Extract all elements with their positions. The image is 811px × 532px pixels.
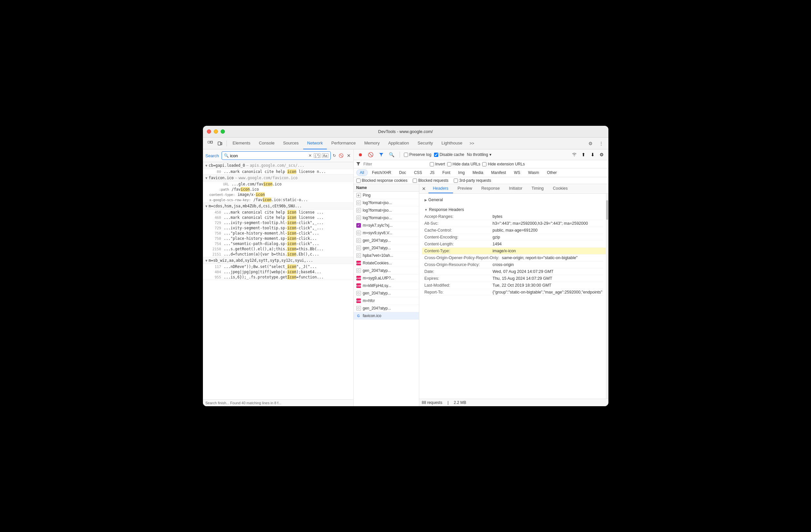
record-button[interactable]: ⏺: [356, 151, 364, 159]
clear-results-icon[interactable]: 🚫: [338, 153, 344, 159]
result-line[interactable]: x-google-scs-row-key: /favicon.ico:stati…: [203, 197, 353, 202]
more-tabs-button[interactable]: >>: [467, 138, 477, 150]
result-line[interactable]: 729 ...ivity-segment-tooltip.sp-icon-cli…: [203, 225, 353, 231]
blocked-requests-checkbox[interactable]: [413, 178, 417, 183]
req-item-mhfcr[interactable]: XHR m=hfcr: [354, 297, 419, 304]
disable-cache-label[interactable]: Disable cache: [434, 152, 464, 157]
invert-checkbox[interactable]: [430, 162, 434, 167]
close-details-icon[interactable]: ✕: [419, 185, 428, 193]
scrollbar-thumb[interactable]: [606, 200, 608, 220]
req-item-gen5[interactable]: □ gen_204?atyp...: [354, 304, 419, 312]
case-sensitive-icon[interactable]: Aa: [322, 153, 328, 158]
req-item-log1[interactable]: □ log?format=jso...: [354, 199, 419, 207]
result-line[interactable]: 2151 ...d=function(a){var b=this.icon.Eb…: [203, 252, 353, 257]
upload-icon[interactable]: ⬆: [580, 151, 587, 159]
device-icon[interactable]: [215, 139, 225, 148]
req-item-msyv[interactable]: □ m=syv9,syv8,V...: [354, 229, 419, 237]
req-item-log3[interactable]: □ log?format=jso...: [354, 214, 419, 222]
preserve-log-checkbox[interactable]: [404, 153, 408, 157]
general-section-header[interactable]: ▶ General: [425, 196, 603, 203]
result-group-header-3[interactable]: ▼ m=cdos,hsm,jsa,mb4ZUb,d,csi,cEt90b,SNU…: [203, 203, 353, 210]
type-filter-font[interactable]: Font: [439, 169, 454, 176]
hide-extension-urls-label[interactable]: Hide extension URLs: [482, 162, 525, 167]
type-filter-img[interactable]: Img: [455, 169, 469, 176]
type-filter-doc[interactable]: Doc: [396, 169, 410, 176]
settings-icon[interactable]: ⚙: [586, 139, 595, 148]
preserve-log-label[interactable]: Preserve log: [404, 152, 431, 157]
invert-label[interactable]: Invert: [430, 162, 445, 167]
req-item-msyg[interactable]: XHR m=syg9,aLUfP?...: [354, 275, 419, 282]
hide-extension-urls-checkbox[interactable]: [482, 162, 487, 167]
type-filter-manifest[interactable]: Manifest: [488, 169, 509, 176]
details-tab-preview[interactable]: Preview: [453, 184, 477, 193]
throttle-select[interactable]: No throttling ▾: [467, 152, 491, 157]
result-line[interactable]: 729 ...ivity-segment-tooltip.hl-icon-cli…: [203, 220, 353, 225]
req-item-log2[interactable]: □ log?format=jso...: [354, 207, 419, 214]
type-filter-all[interactable]: All: [356, 169, 368, 176]
type-filter-fetch-xhr[interactable]: Fetch/XHR: [368, 169, 395, 176]
req-item-gen1[interactable]: □ gen_204?atyp...: [354, 237, 419, 245]
req-item-gen4[interactable]: □ gen_204?atyp...: [354, 290, 419, 297]
result-group-header-4[interactable]: ▼ m=sb_wiz,aa,abd,sy12d,sytt,sytp,sy12c,…: [203, 257, 353, 264]
tab-security[interactable]: Security: [414, 138, 437, 150]
result-line[interactable]: :path /favicon.ico: [203, 187, 353, 192]
filter-button[interactable]: [377, 151, 385, 159]
result-line[interactable]: content-type: image/x-icon: [203, 192, 353, 197]
inspect-icon[interactable]: [205, 139, 215, 148]
result-line[interactable]: 750 ..."place-history-moment.sp-icon-cli…: [203, 236, 353, 241]
tab-elements[interactable]: Elements: [229, 138, 255, 150]
type-filter-css[interactable]: CSS: [410, 169, 426, 176]
tab-application[interactable]: Application: [384, 138, 413, 150]
req-item-gen2[interactable]: □ gen_204?atyp...: [354, 245, 419, 252]
type-filter-ws[interactable]: WS: [510, 169, 524, 176]
req-item-gen3[interactable]: □ gen_204?atyp...: [354, 267, 419, 275]
tab-lighthouse[interactable]: Lighthouse: [438, 138, 466, 150]
details-tab-cookies[interactable]: Cookies: [548, 184, 572, 193]
result-line[interactable]: 754 ..."semantic-path-dialog.sp-icon-cli…: [203, 241, 353, 246]
details-tab-initiator[interactable]: Initiator: [505, 184, 527, 193]
result-line[interactable]: 404 ...jpeg|jpg|png|tiff|webp|x-icon);ba…: [203, 269, 353, 275]
result-group-header-2[interactable]: ▼ favicon.ico — www.google.com/favicon.i…: [203, 175, 353, 182]
close-button[interactable]: [207, 129, 211, 134]
type-filter-other[interactable]: Other: [544, 169, 561, 176]
response-headers-section-header[interactable]: ▼ Response Headers: [425, 206, 603, 213]
result-line[interactable]: URL ...gle.com/favicon.ico: [203, 182, 353, 187]
req-item-rotate[interactable]: XHR RotateCookies...: [354, 260, 419, 267]
more-options-icon[interactable]: ⋮: [597, 139, 606, 148]
filter-input[interactable]: [362, 161, 428, 167]
close-search-icon[interactable]: ✕: [347, 153, 351, 158]
result-line[interactable]: 80 ...mark canonical cite help icon lice…: [203, 169, 353, 174]
minimize-button[interactable]: [214, 129, 218, 134]
regex-icon[interactable]: (.*): [314, 153, 321, 158]
result-line[interactable]: 750 ..."place-history-moment.hl-icon-cli…: [203, 231, 353, 236]
search-input[interactable]: [230, 153, 307, 158]
result-line[interactable]: 450 ...mark canonical cite help icon lic…: [203, 210, 353, 215]
download-icon[interactable]: ⬇: [589, 151, 597, 159]
blocked-requests-label[interactable]: Blocked requests: [413, 178, 448, 183]
settings-network-icon[interactable]: ⚙: [598, 151, 606, 159]
tab-memory[interactable]: Memory: [360, 138, 384, 150]
tab-sources[interactable]: Sources: [279, 138, 303, 150]
disable-cache-checkbox[interactable]: [434, 153, 438, 157]
type-filter-media[interactable]: Media: [469, 169, 487, 176]
hide-data-urls-label[interactable]: Hide data URLs: [447, 162, 480, 167]
search-network-button[interactable]: 🔍: [388, 151, 396, 159]
result-line[interactable]: 460 ...mark canonical cite help icon lic…: [203, 215, 353, 220]
result-line[interactable]: 117 ...nDReve"));Bw.set("select_icon",_J…: [203, 264, 353, 269]
clear-button[interactable]: 🚫: [367, 151, 375, 159]
req-item-msyk[interactable]: ✓ m=syk7,sylc?xj...: [354, 222, 419, 229]
third-party-label[interactable]: 3rd-party requests: [454, 178, 491, 183]
tab-network[interactable]: Network: [303, 138, 327, 150]
req-item-ping[interactable]: ◈ Ping: [354, 192, 419, 199]
tab-console[interactable]: Console: [255, 138, 279, 150]
tab-performance[interactable]: Performance: [327, 138, 359, 150]
third-party-checkbox[interactable]: [454, 178, 458, 183]
details-tab-response[interactable]: Response: [477, 184, 504, 193]
type-filter-js[interactable]: JS: [427, 169, 438, 176]
req-item-mkMF[interactable]: XHR m=kMFpHd,sy...: [354, 282, 419, 290]
req-item-favicon[interactable]: G favicon.ico: [354, 312, 419, 320]
hide-data-urls-checkbox[interactable]: [447, 162, 452, 167]
blocked-cookies-checkbox[interactable]: [356, 178, 361, 183]
details-tab-timing[interactable]: Timing: [527, 184, 548, 193]
req-item-hpba[interactable]: □ hpba?vet=10ah...: [354, 252, 419, 260]
